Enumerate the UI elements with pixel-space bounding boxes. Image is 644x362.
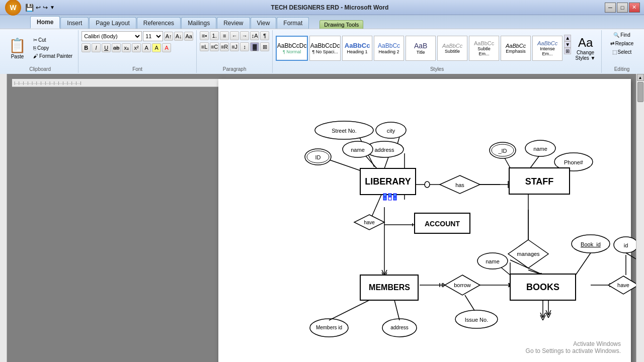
styles-group: AaBbCcDc ¶ Normal AaBbCcDc ¶ No Spaci...… xyxy=(273,30,602,73)
increase-indent-button[interactable]: → xyxy=(240,31,249,40)
tab-references[interactable]: References xyxy=(137,17,181,29)
title-text: TECH DESIGNERS ERD - Microsoft Word xyxy=(271,4,389,11)
underline-button[interactable]: U xyxy=(102,43,111,52)
close-button[interactable]: ✕ xyxy=(629,3,640,13)
svg-line-123 xyxy=(329,300,369,320)
svg-text:name: name xyxy=(486,258,500,264)
clipboard-group: 📋 Paste ✂ Cut ⎘ Copy 🖌 Format Painter Cl… xyxy=(2,30,78,73)
style-intense-em[interactable]: AaBbCc Intense Em... xyxy=(532,36,562,61)
multilevel-button[interactable]: ≡ xyxy=(220,31,229,40)
style-heading2[interactable]: AaBbCc Heading 2 xyxy=(374,36,404,61)
line-spacing-button[interactable]: ↕ xyxy=(240,42,249,51)
svg-line-124 xyxy=(394,300,399,320)
para-row-2: ≡L ≡C ≡R ≡J ↕ ▓ ⊞ xyxy=(200,42,269,51)
svg-text:_ID: _ID xyxy=(498,148,507,154)
tab-mailings[interactable]: Mailings xyxy=(181,17,216,29)
subscript-button[interactable]: x₂ xyxy=(122,43,131,52)
styles-scroll-up[interactable]: ▲ xyxy=(564,35,571,41)
justify-button[interactable]: ≡J xyxy=(230,42,239,51)
copy-button[interactable]: ⎘ Copy xyxy=(31,44,75,52)
window-controls: ─ □ ✕ xyxy=(605,3,640,13)
numbering-button[interactable]: 1. xyxy=(210,31,219,40)
editing-group: 🔍 Find ⇄ Replace ⬚ Select Editing xyxy=(602,30,642,73)
replace-label: Replace xyxy=(615,41,634,46)
align-center-button[interactable]: ≡C xyxy=(210,42,219,51)
copy-icon: ⎘ xyxy=(33,45,36,51)
tab-format[interactable]: Format xyxy=(277,17,309,29)
style-emphasis[interactable]: AaBbCc Emphasis xyxy=(501,36,531,61)
scroll-up-button[interactable]: ▲ xyxy=(637,74,644,81)
paste-button[interactable]: 📋 Paste xyxy=(5,36,30,61)
style-no-spacing[interactable]: AaBbCcDc ¶ No Spaci... xyxy=(309,36,341,61)
svg-rect-73 xyxy=(393,194,396,197)
superscript-button[interactable]: x² xyxy=(132,43,141,52)
clear-format-button[interactable]: Aa xyxy=(184,32,193,41)
svg-text:manages: manages xyxy=(517,251,540,257)
style-normal[interactable]: AaBbCcDc ¶ Normal xyxy=(276,36,308,61)
format-painter-button[interactable]: 🖌 Format Painter xyxy=(31,52,75,60)
office-button[interactable]: W xyxy=(5,0,21,16)
minimize-button[interactable]: ─ xyxy=(605,3,616,13)
editing-content: 🔍 Find ⇄ Replace ⬚ Select xyxy=(605,31,639,72)
align-right-button[interactable]: ≡R xyxy=(220,42,229,51)
save-icon[interactable]: 💾 xyxy=(25,4,34,12)
font-family-select[interactable]: Calibri (Body) xyxy=(82,31,142,41)
show-marks-button[interactable]: ¶ xyxy=(260,31,269,40)
style-title[interactable]: AaB Title xyxy=(406,36,436,61)
document: Street No. city address name ID LIBERARY xyxy=(218,79,631,362)
tab-insert[interactable]: Insert xyxy=(60,17,89,29)
tab-page-layout[interactable]: Page Layout xyxy=(89,17,136,29)
find-button[interactable]: 🔍 Find xyxy=(611,31,632,39)
para-row-1: ≡• 1. ≡ ← → ↕A ¶ xyxy=(200,31,269,40)
document-area[interactable]: |...|...|...|...|...|...|...|...|...|...… xyxy=(7,74,636,362)
svg-text:MEMBERS: MEMBERS xyxy=(369,283,410,292)
align-left-button[interactable]: ≡L xyxy=(200,42,209,51)
sort-button[interactable]: ↕A xyxy=(250,31,259,40)
bullets-button[interactable]: ≡• xyxy=(200,31,209,40)
svg-text:id: id xyxy=(624,242,628,248)
grow-font-button[interactable]: A↑ xyxy=(164,32,173,41)
titlebar-left: W 💾 ↩ ↪ ▼ xyxy=(4,0,55,17)
tab-review[interactable]: Review xyxy=(217,17,250,29)
font-row-2: B I U ab x₂ x² A A A xyxy=(82,43,171,52)
font-size-select[interactable]: 11 xyxy=(143,31,163,41)
highlight-button[interactable]: A xyxy=(152,43,161,52)
vertical-scrollbar[interactable]: ▲ ▼ xyxy=(636,74,644,362)
styles-content: AaBbCcDc ¶ Normal AaBbCcDc ¶ No Spaci...… xyxy=(276,31,598,72)
style-heading1[interactable]: AaBbCc Heading 1 xyxy=(342,36,372,61)
italic-button[interactable]: I xyxy=(92,43,101,52)
svg-text:address: address xyxy=(374,147,394,153)
tab-drawing-tools[interactable]: Drawing Tools xyxy=(319,20,363,29)
cut-button[interactable]: ✂ Cut xyxy=(31,36,75,44)
styles-label: Styles xyxy=(273,66,601,72)
replace-button[interactable]: ⇄ Replace xyxy=(608,40,636,47)
tab-view[interactable]: View xyxy=(251,17,277,29)
maximize-button[interactable]: □ xyxy=(617,3,628,13)
svg-rect-72 xyxy=(388,194,391,197)
bold-button[interactable]: B xyxy=(82,43,91,52)
strikethrough-button[interactable]: ab xyxy=(112,43,121,52)
left-ruler xyxy=(0,74,7,362)
scroll-track[interactable] xyxy=(637,81,644,362)
shading-button[interactable]: ▓ xyxy=(250,42,259,51)
borders-button[interactable]: ⊞ xyxy=(260,42,269,51)
font-color-button[interactable]: A xyxy=(162,43,171,52)
style-subtitle[interactable]: AaBbCc Subtitle xyxy=(437,36,467,61)
paragraph-group: ≡• 1. ≡ ← → ↕A ¶ ≡L ≡C ≡R ≡J ↕ ▓ ⊞ Parag… xyxy=(197,30,273,73)
select-button[interactable]: ⬚ Select xyxy=(610,48,634,56)
redo-icon[interactable]: ↪ xyxy=(43,4,48,11)
undo-icon[interactable]: ↩ xyxy=(36,4,41,11)
svg-point-38 xyxy=(425,182,430,188)
shrink-font-button[interactable]: A↓ xyxy=(174,32,183,41)
customize-icon[interactable]: ▼ xyxy=(50,5,55,10)
tab-home[interactable]: Home xyxy=(30,16,60,29)
text-effects-button[interactable]: A xyxy=(142,43,151,52)
svg-rect-76 xyxy=(393,197,396,200)
change-styles-button[interactable]: Aa ChangeStyles ▼ xyxy=(573,33,598,63)
decrease-indent-button[interactable]: ← xyxy=(230,31,239,40)
svg-text:Members id: Members id xyxy=(316,325,342,330)
font-group: Calibri (Body) 11 A↑ A↓ Aa B I U ab x₂ x… xyxy=(78,30,197,73)
styles-expand[interactable]: ⊞ xyxy=(564,48,571,54)
style-subtle-em[interactable]: AaBbCc Subtle Em... xyxy=(469,36,499,61)
styles-scroll-down[interactable]: ▼ xyxy=(564,41,571,48)
